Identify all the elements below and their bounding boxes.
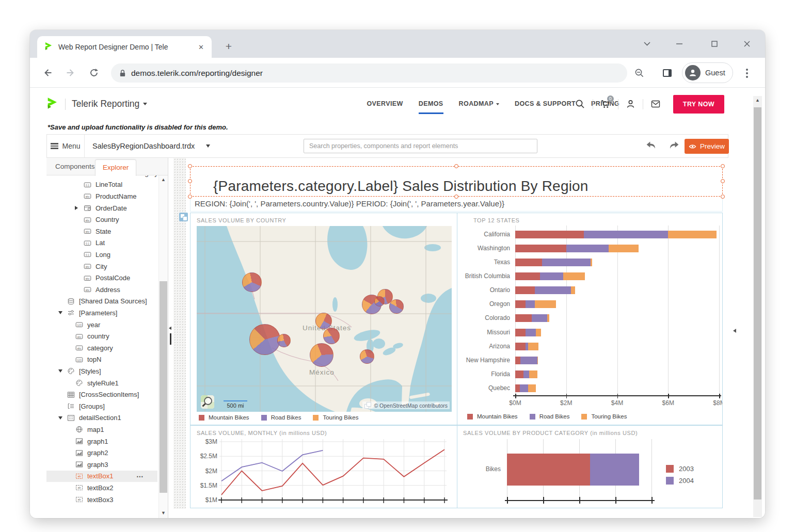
window-search-tabs-icon[interactable] [640, 37, 654, 51]
hamburger-icon [51, 142, 58, 150]
map-icon [75, 426, 84, 433]
redo-icon[interactable] [669, 141, 680, 151]
more-options-icon[interactable]: ⋯ [136, 472, 144, 480]
tree-item-textbox2[interactable]: abtextBox2 [46, 482, 157, 494]
tree-item-address[interactable]: abcAddress [46, 284, 157, 296]
tree-item-postalcode[interactable]: abcPostalCode [46, 272, 157, 284]
tree-item-textbox3[interactable]: abtextBox3 [46, 494, 157, 506]
collapse-icon[interactable] [58, 416, 62, 420]
cart-icon[interactable]: 0 [595, 100, 616, 108]
forward-icon[interactable] [64, 67, 76, 79]
top12-chart-panel[interactable]: TOP 12 STATES $0M$2M$4M$6M$8MCaliforniaW… [457, 213, 723, 425]
product-bar [507, 454, 639, 486]
tree-item-productname[interactable]: abcProductName [46, 190, 157, 202]
search-icon[interactable] [569, 99, 591, 109]
detail-section-icon[interactable] [179, 213, 188, 221]
collapse-icon[interactable] [58, 369, 62, 373]
collapse-icon[interactable] [58, 311, 62, 314]
scroll-down-icon[interactable]: ▼ [159, 509, 168, 517]
resize-handle[interactable] [721, 164, 725, 168]
expand-icon[interactable] [75, 206, 78, 210]
osm-logo-icon[interactable] [201, 395, 214, 409]
browser-menu-icon[interactable] [745, 67, 749, 79]
tree-item-groups[interactable]: [Groups] [46, 400, 157, 412]
tree-item-label: [Groups] [79, 402, 105, 410]
tree-item-graph2[interactable]: graph2 [46, 447, 157, 459]
report-file-selector[interactable]: SalesByRegionDashboard.trdx [92, 135, 210, 157]
page-scrollbar-thumb[interactable] [754, 107, 761, 499]
tree-item-country[interactable]: abcCountry [46, 214, 157, 225]
report-subtitle-textbox[interactable]: REGION: {Join(', ', Parameters.country.V… [190, 197, 723, 212]
zoom-out-icon[interactable] [633, 67, 645, 79]
designer-search-input[interactable] [304, 139, 537, 153]
side-panel-icon[interactable] [661, 67, 673, 79]
preview-button[interactable]: Preview [685, 139, 729, 154]
tab-components[interactable]: Components [50, 158, 100, 175]
page-scroll-up-icon[interactable]: ▲ [753, 96, 762, 104]
resize-handle[interactable] [721, 195, 725, 199]
report-file-name: SalesByRegionDashboard.trdx [92, 142, 195, 150]
scroll-up-icon[interactable]: ▲ [159, 175, 168, 184]
account-icon[interactable] [621, 100, 641, 108]
undo-icon[interactable] [646, 141, 657, 151]
resize-handle[interactable] [188, 164, 192, 168]
window-close-icon[interactable] [740, 37, 754, 51]
resize-handle[interactable] [188, 195, 192, 199]
sidebar-scrollbar[interactable]: ▲ ▼ [158, 175, 168, 518]
nav-roadmap[interactable]: ROADMAP [459, 88, 499, 120]
browser-window: Web Report Designer Demo | Tele ✕ + de [30, 30, 765, 518]
legend-swatch [530, 414, 535, 420]
scrollbar-thumb[interactable] [160, 281, 167, 493]
try-now-button[interactable]: TRY NOW [673, 95, 724, 114]
tree-item-category[interactable]: abccategory [46, 342, 157, 354]
report-title-textbox[interactable]: {Parameters.category.Label} Sales Distri… [190, 166, 723, 197]
profile-button[interactable]: Guest [682, 62, 733, 83]
tree-item-city[interactable]: abcCity [46, 261, 157, 272]
resize-handle[interactable] [454, 164, 458, 168]
monthly-chart-panel[interactable]: SALES VOLUME, MONTHLY (in millions USD) … [190, 425, 457, 508]
tree-item-graph1[interactable]: graph1 [46, 436, 157, 447]
contact-icon[interactable] [645, 100, 666, 108]
tree-item-label: map1 [87, 426, 104, 433]
tree-item-graph3[interactable]: graph3 [46, 459, 157, 471]
layers-icon[interactable] [364, 402, 371, 409]
nav-demos[interactable]: DEMOS [419, 88, 443, 120]
resize-handle[interactable] [721, 179, 725, 183]
product-chart-panel[interactable]: SALES VOLUME BY PRODUCT CATEGORY (in mil… [457, 425, 723, 508]
tree-item-lat[interactable]: 0.1Lat [46, 237, 157, 249]
tree-item-parameters[interactable]: [Parameters] [46, 307, 157, 319]
tab-close-icon[interactable]: ✕ [196, 42, 206, 52]
properties-collapse-icon[interactable] [733, 329, 736, 333]
tree-item-long[interactable]: 0.1Long [46, 249, 157, 261]
tree-item-linetotal[interactable]: 0.1LineTotal [46, 179, 157, 191]
legend-item: Road Bikes [530, 413, 570, 420]
tree-item-stylerule1[interactable]: styleRule1 [46, 377, 157, 389]
brand[interactable]: Telerik Reporting [46, 97, 147, 111]
menu-button[interactable]: Menu [47, 135, 85, 157]
tree-item-year[interactable]: 123year [46, 319, 157, 331]
reload-icon[interactable] [88, 67, 100, 79]
page-scrollbar[interactable]: ▲ [753, 96, 762, 517]
url-bar[interactable]: demos.telerik.com/reporting/designer [111, 63, 627, 83]
tree-item-detailsection1[interactable]: detailSection1 [46, 412, 157, 424]
map-panel[interactable]: SALES VOLUME BY COUNTRY [190, 213, 457, 425]
tree-item-styles[interactable]: [Styles] [46, 365, 157, 377]
resize-handle[interactable] [454, 195, 458, 199]
nav-docs-support[interactable]: DOCS & SUPPORT [515, 88, 576, 120]
tree-item-textbox1[interactable]: abtextBox1⋯ [46, 471, 157, 482]
window-minimize-icon[interactable] [673, 37, 686, 51]
tree-item-state[interactable]: abcState [46, 225, 157, 237]
new-tab-button[interactable]: + [222, 40, 235, 54]
tree-item-country[interactable]: abccountry [46, 330, 157, 342]
nav-overview[interactable]: OVERVIEW [367, 88, 403, 120]
window-maximize-icon[interactable] [708, 37, 721, 51]
tree-item-topn[interactable]: 123topN [46, 354, 157, 366]
browser-tab[interactable]: Web Report Designer Demo | Tele ✕ [37, 36, 212, 58]
tree-item-map1[interactable]: map1 [46, 424, 157, 436]
tree-item-orderdate[interactable]: OrderDate [46, 202, 157, 214]
back-icon[interactable] [41, 67, 54, 79]
resize-handle[interactable] [188, 179, 192, 183]
tree-item-shareddatasources[interactable]: [Shared Data Sources] [46, 296, 157, 308]
tab-explorer[interactable]: Explorer [95, 159, 136, 176]
tree-item-crosssectionitems[interactable]: [CrossSectionItems] [46, 389, 157, 400]
